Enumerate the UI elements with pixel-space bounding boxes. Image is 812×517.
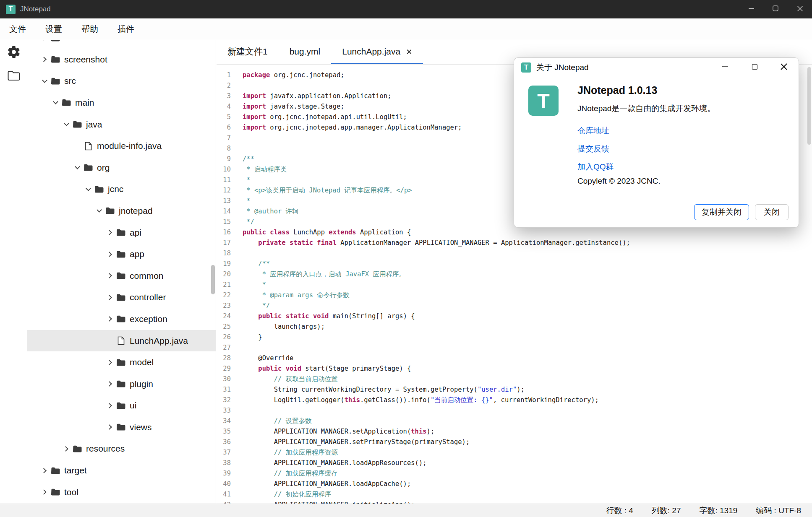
- code-line-20[interactable]: 20 * 应用程序的入口点，启动 JavaFX 应用程序。: [217, 269, 812, 280]
- window-minimize-button[interactable]: [739, 0, 763, 18]
- editor-scrollbar-thumb[interactable]: [807, 67, 811, 145]
- tree-item-jcnc[interactable]: jcnc: [27, 179, 216, 200]
- code-line-26[interactable]: 26 }: [217, 332, 812, 343]
- tree-item-ui[interactable]: ui: [27, 395, 216, 417]
- code-line-34[interactable]: 34 // 设置参数: [217, 416, 812, 426]
- folder-icon: [83, 162, 94, 173]
- chevron-right-icon[interactable]: [41, 40, 47, 41]
- chevron-right-icon[interactable]: [107, 403, 112, 408]
- settings-gear-icon[interactable]: [0, 40, 27, 64]
- tree-scrollbar-thumb[interactable]: [211, 265, 215, 294]
- copy-and-close-button[interactable]: 复制并关闭: [694, 204, 749, 220]
- window-title: JNotepad: [20, 5, 51, 13]
- code-line-21[interactable]: 21 *: [217, 280, 812, 290]
- tree-item-module-info.java[interactable]: module-info.java: [27, 135, 216, 157]
- menu-item-help[interactable]: 帮助: [81, 23, 98, 35]
- code-line-18[interactable]: 18: [217, 248, 812, 259]
- tab-bug-yml[interactable]: bug.yml: [279, 40, 332, 64]
- code-line-28[interactable]: 28 @Override: [217, 353, 812, 364]
- tree-item-common[interactable]: common: [27, 265, 216, 287]
- tree-item-api[interactable]: api: [27, 222, 216, 244]
- chevron-right-icon[interactable]: [41, 468, 47, 473]
- code-line-39[interactable]: 39 // 加载应用程序缓存: [217, 468, 812, 479]
- chevron-down-icon[interactable]: [64, 121, 69, 126]
- code-line-25[interactable]: 25 launch(args);: [217, 322, 812, 332]
- tree-item-tool[interactable]: tool: [27, 481, 216, 503]
- chevron-right-icon[interactable]: [41, 489, 47, 495]
- code-line-31[interactable]: 31 String currentWorkingDirectory = Syst…: [217, 385, 812, 395]
- tree-item-src[interactable]: src: [27, 70, 216, 92]
- chevron-down-icon[interactable]: [53, 99, 58, 105]
- tree-item-org[interactable]: org: [27, 157, 216, 179]
- link-qq-group[interactable]: 加入QQ群: [577, 161, 614, 172]
- chevron-down-icon[interactable]: [86, 186, 91, 191]
- code-line-16[interactable]: 16public class LunchApp extends Applicat…: [217, 227, 812, 238]
- tree-item-views[interactable]: views: [27, 416, 216, 438]
- tree-item-app[interactable]: app: [27, 243, 216, 265]
- close-button[interactable]: 关闭: [755, 204, 789, 220]
- tree-item-screenshot[interactable]: screenshot: [27, 49, 216, 70]
- dialog-minimize-button[interactable]: [710, 58, 740, 77]
- code-line-24[interactable]: 24 public static void main(String[] args…: [217, 311, 812, 322]
- chevron-right-icon[interactable]: [107, 230, 112, 235]
- code-line-29[interactable]: 29 public void start(Stage primaryStage)…: [217, 364, 812, 374]
- folder-icon: [115, 249, 126, 260]
- code-line-33[interactable]: 33: [217, 405, 812, 416]
- chevron-right-icon[interactable]: [107, 295, 112, 300]
- tree-item-resources[interactable]: resources: [27, 438, 216, 460]
- folder-icon: [115, 357, 126, 368]
- tree-item-exception[interactable]: exception: [27, 308, 216, 330]
- dialog-maximize-button[interactable]: [740, 58, 769, 77]
- chevron-down-icon[interactable]: [97, 208, 102, 213]
- code-line-38[interactable]: 38 APPLICATION_MANAGER.loadAppResources(…: [217, 458, 812, 468]
- tree-item-jnotepad[interactable]: jnotepad: [27, 200, 216, 222]
- link-repo[interactable]: 仓库地址: [577, 125, 609, 136]
- tree-item-model[interactable]: model: [27, 351, 216, 373]
- code-line-41[interactable]: 41 // 初始化应用程序: [217, 489, 812, 500]
- menu-item-settings[interactable]: 设置: [45, 23, 62, 35]
- tree-item-plugin[interactable]: plugin: [27, 373, 216, 395]
- code-line-37[interactable]: 37 // 加载应用程序资源: [217, 447, 812, 458]
- code-line-27[interactable]: 27: [217, 343, 812, 353]
- chevron-right-icon[interactable]: [63, 446, 68, 452]
- tab-new-file-1[interactable]: 新建文件1: [217, 40, 279, 64]
- chevron-right-icon[interactable]: [107, 381, 112, 387]
- code-line-42[interactable]: 42 APPLICATION_MANAGER.initializeApp();: [217, 500, 812, 504]
- code-line-23[interactable]: 23 */: [217, 301, 812, 311]
- tab-close-icon[interactable]: [406, 49, 412, 55]
- chevron-right-icon[interactable]: [107, 360, 112, 365]
- chevron-right-icon[interactable]: [107, 317, 112, 322]
- tree-item-controller[interactable]: controller: [27, 287, 216, 309]
- line-number: 26: [217, 332, 231, 343]
- tab-lunchapp-java[interactable]: LunchApp.java: [331, 40, 423, 64]
- tree-item-LunchApp.java[interactable]: LunchApp.java: [27, 330, 216, 352]
- code-line-35[interactable]: 35 APPLICATION_MANAGER.setApplication(th…: [217, 426, 812, 437]
- chevron-right-icon[interactable]: [107, 425, 112, 430]
- tree-item-label: app: [130, 249, 144, 259]
- tree-item-java[interactable]: java: [27, 114, 216, 135]
- code-line-19[interactable]: 19 /**: [217, 259, 812, 269]
- code-line-30[interactable]: 30 // 获取当前启动位置: [217, 374, 812, 385]
- line-number: 4: [217, 101, 231, 112]
- menu-item-plugins[interactable]: 插件: [117, 23, 134, 35]
- tree-item-target[interactable]: target: [27, 460, 216, 481]
- chevron-right-icon[interactable]: [107, 252, 112, 257]
- code-line-32[interactable]: 32 LogUtil.getLogger(this.getClass()).in…: [217, 395, 812, 405]
- code-line-40[interactable]: 40 APPLICATION_MANAGER.loadAppCache();: [217, 479, 812, 489]
- window-maximize-button[interactable]: [763, 0, 788, 18]
- link-feedback[interactable]: 提交反馈: [577, 143, 609, 154]
- folder-explorer-icon[interactable]: [0, 64, 27, 87]
- code-line-36[interactable]: 36 APPLICATION_MANAGER.setPrimaryStage(p…: [217, 437, 812, 447]
- code-line-22[interactable]: 22 * @param args 命令行参数: [217, 290, 812, 301]
- chevron-down-icon[interactable]: [75, 164, 80, 169]
- code-line-17[interactable]: 17 private static final ApplicationManag…: [217, 238, 812, 248]
- chevron-right-icon[interactable]: [107, 273, 112, 278]
- line-number: 32: [217, 395, 231, 405]
- menu-item-file[interactable]: 文件: [9, 23, 26, 35]
- dialog-close-button[interactable]: [769, 58, 799, 77]
- window-close-button[interactable]: [788, 0, 812, 18]
- chevron-right-icon[interactable]: [41, 57, 47, 62]
- tree-item-root[interactable]: [27, 40, 216, 49]
- tree-item-main[interactable]: main: [27, 92, 216, 114]
- chevron-down-icon[interactable]: [42, 78, 47, 83]
